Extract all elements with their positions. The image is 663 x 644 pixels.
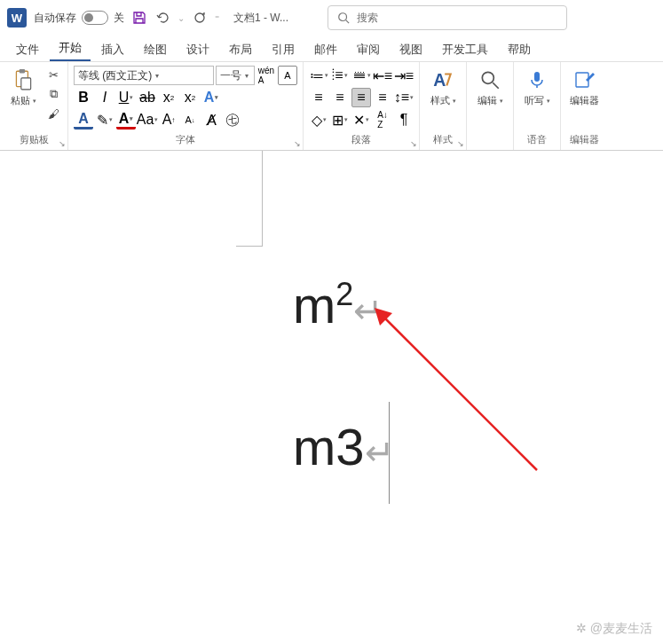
doc-line-1[interactable]: m2↵ [293, 275, 383, 335]
enclose-char-icon[interactable]: ㊆ [223, 110, 242, 130]
group-styles: A 样式▾ 样式 ↘ [420, 62, 467, 150]
dictate-button[interactable]: 听写▾ [519, 66, 555, 109]
group-font-label: 字体 [74, 133, 297, 148]
align-center-icon[interactable]: ≡ [330, 88, 350, 107]
grow-font-icon[interactable]: A↑ [159, 110, 178, 130]
shading-icon[interactable]: ◇▾ [309, 110, 328, 130]
svg-line-2 [346, 20, 350, 24]
styles-icon: A [430, 67, 455, 92]
italic-button[interactable]: I [95, 88, 114, 107]
paste-button[interactable]: 粘贴▾ [5, 66, 41, 109]
tab-view[interactable]: 视图 [391, 38, 431, 61]
char-shading-icon[interactable]: A [74, 110, 93, 130]
group-editor: 编辑器 编辑器 [561, 62, 607, 150]
svg-rect-4 [20, 69, 26, 73]
format-painter-icon[interactable]: 🖌 [44, 105, 62, 122]
group-clipboard: 粘贴▾ ✂ ⧉ 🖌 剪贴板 ↘ [0, 62, 68, 150]
save-icon[interactable] [131, 10, 147, 26]
bold-button[interactable]: B [74, 88, 93, 107]
group-paragraph: ≔▾ ⦙≡▾ ⩸▾ ⇤≡ ⇥≡ ≡ ≡ ≡ ≡ ↕≡▾ ◇▾ ⊞▾ ✕▾ A↓Z… [304, 62, 420, 150]
tab-draw[interactable]: 绘图 [135, 38, 176, 61]
group-styles-label: 样式 [425, 133, 461, 148]
paragraph-mark-icon: ↵ [365, 433, 395, 472]
tab-developer[interactable]: 开发工具 [433, 38, 497, 61]
tab-references[interactable]: 引用 [263, 38, 304, 61]
qat-dropdown-icon[interactable]: ⌄ [178, 13, 185, 23]
redo-icon[interactable] [192, 10, 208, 26]
bullets-icon[interactable]: ≔▾ [309, 66, 328, 85]
svg-point-1 [339, 13, 347, 21]
group-dictate-label: 语音 [519, 133, 555, 148]
editing-button[interactable]: 编辑▾ [472, 66, 508, 109]
text-effects-icon[interactable]: A▾ [201, 88, 221, 107]
svg-rect-5 [21, 78, 31, 90]
editor-icon [572, 67, 596, 92]
line-spacing-icon[interactable]: ↕≡▾ [394, 88, 414, 107]
doc-line-2[interactable]: m3↵ [293, 417, 395, 477]
clipboard-launcher-icon[interactable]: ↘ [59, 139, 66, 148]
autosave-toggle[interactable]: 自动保存 关 [34, 11, 124, 26]
tab-design[interactable]: 设计 [178, 38, 218, 61]
char-border-icon[interactable]: A [278, 66, 297, 85]
paragraph-launcher-icon[interactable]: ↘ [410, 139, 417, 148]
align-distribute-icon[interactable]: ≡ [373, 88, 392, 107]
styles-button[interactable]: A 样式▾ [425, 66, 461, 109]
subscript-button[interactable]: x2 [159, 88, 178, 107]
tab-home[interactable]: 开始 [50, 36, 91, 61]
toggle-off-icon [82, 11, 108, 25]
document-title: 文档1 - W... [233, 11, 288, 26]
tab-layout[interactable]: 布局 [220, 38, 261, 61]
shrink-font-icon[interactable]: A↓ [180, 110, 200, 130]
tab-help[interactable]: 帮助 [499, 38, 540, 61]
align-left-icon[interactable]: ≡ [309, 88, 328, 107]
svg-text:A: A [433, 70, 446, 90]
search-icon [337, 12, 350, 24]
tab-file[interactable]: 文件 [7, 38, 48, 61]
paragraph-mark-icon: ↵ [353, 291, 383, 330]
tab-review[interactable]: 审阅 [348, 38, 389, 61]
text-direction-icon[interactable]: ✕▾ [351, 110, 371, 130]
font-name-combo[interactable]: 等线 (西文正文)▾ [74, 66, 214, 85]
word-app-icon: W [7, 8, 27, 27]
group-paragraph-label: 段落 [309, 133, 414, 148]
svg-point-7 [482, 72, 493, 83]
phonetic-guide-icon[interactable]: wénA [257, 66, 276, 85]
undo-icon[interactable] [154, 10, 170, 26]
page-margin-guide [236, 151, 263, 247]
tab-mailings[interactable]: 邮件 [305, 38, 346, 61]
underline-button[interactable]: U▾ [116, 88, 136, 107]
search-box[interactable] [328, 5, 567, 30]
numbering-icon[interactable]: ⦙≡▾ [330, 66, 350, 85]
strikethrough-button[interactable]: ab [138, 88, 157, 107]
cut-icon[interactable]: ✂ [44, 66, 62, 83]
qat-more-icon[interactable]: ⁼ [215, 13, 219, 23]
font-launcher-icon[interactable]: ↘ [294, 139, 301, 148]
borders-icon[interactable]: ⊞▾ [330, 110, 350, 130]
svg-rect-9 [534, 72, 540, 82]
clear-formatting-icon[interactable]: A̸ [201, 110, 221, 130]
autosave-label: 自动保存 [34, 11, 76, 26]
superscript-button[interactable]: x2 [180, 88, 200, 107]
align-justify-icon[interactable]: ≡ [351, 88, 371, 107]
multilevel-list-icon[interactable]: ⩸▾ [351, 66, 371, 85]
show-marks-icon[interactable]: ¶ [394, 110, 414, 130]
document-canvas[interactable]: m2↵ m3↵ ✲ @麦麦生活 [0, 151, 663, 644]
font-size-combo[interactable]: 一号▾ [216, 66, 255, 85]
highlight-icon[interactable]: ✎▾ [95, 110, 114, 130]
increase-indent-icon[interactable]: ⇥≡ [394, 66, 414, 85]
annotation-arrow-icon [373, 306, 550, 483]
font-color-icon[interactable]: A▾ [116, 110, 136, 130]
sort-icon[interactable]: A↓Z [373, 110, 392, 130]
copy-icon[interactable]: ⧉ [44, 85, 62, 103]
change-case-icon[interactable]: Aa▾ [138, 110, 157, 130]
editor-button[interactable]: 编辑器 [566, 66, 602, 109]
title-bar: W 自动保存 关 ⌄ ⁼ 文档1 - W... [0, 0, 663, 35]
svg-line-11 [383, 317, 537, 470]
search-input[interactable] [357, 12, 557, 24]
paste-icon [11, 67, 36, 92]
tab-insert[interactable]: 插入 [92, 38, 133, 61]
styles-launcher-icon[interactable]: ↘ [457, 139, 464, 148]
ribbon: 粘贴▾ ✂ ⧉ 🖌 剪贴板 ↘ 等线 (西文正文)▾ 一号▾ wénA A B … [0, 62, 663, 151]
decrease-indent-icon[interactable]: ⇤≡ [373, 66, 392, 85]
svg-line-8 [493, 82, 499, 89]
